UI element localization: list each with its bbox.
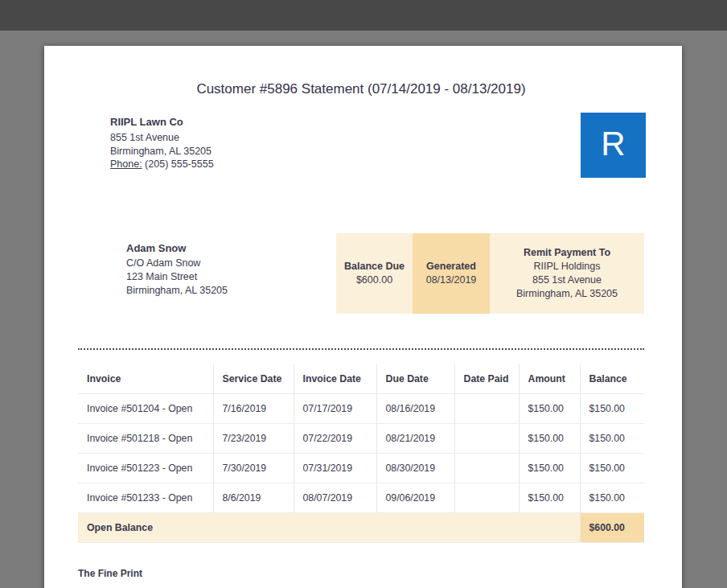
generated-value: 08/13/2019	[426, 273, 477, 287]
cell-invoice-date: 07/31/2019	[294, 454, 376, 483]
phone-label: Phone:	[110, 158, 142, 170]
table-row: Invoice #501233 - Open 8/6/2019 08/07/20…	[78, 483, 644, 513]
remit-line2: 855 1st Avenue	[532, 273, 602, 287]
column-header-date-paid: Date Paid	[454, 364, 519, 394]
column-header-invoice-date: Invoice Date	[294, 364, 376, 394]
statement-page: Customer #5896 Statement (07/14/2019 - 0…	[44, 46, 682, 588]
balance-due-label: Balance Due	[344, 260, 405, 273]
cell-due-date: 08/16/2019	[376, 394, 454, 424]
customer-line1: C/O Adam Snow	[126, 257, 228, 270]
table-row: Invoice #501204 - Open 7/16/2019 07/17/2…	[78, 394, 644, 424]
cell-service-date: 7/16/2019	[213, 394, 294, 424]
cell-service-date: 8/6/2019	[213, 483, 294, 513]
dotted-divider	[78, 348, 644, 350]
generated-label: Generated	[426, 260, 476, 273]
phone-number: (205) 555-5555	[145, 158, 213, 170]
company-logo: R	[581, 113, 646, 178]
customer-line3: Birmingham, AL 35205	[126, 284, 228, 298]
table-row: Invoice #501223 - Open 7/30/2019 07/31/2…	[78, 454, 644, 483]
table-header-row: Invoice Service Date Invoice Date Due Da…	[78, 364, 644, 394]
company-address-line2: Birmingham, AL 35205	[110, 145, 644, 158]
cell-invoice-date: 08/07/2019	[294, 483, 376, 513]
balance-due-value: $600.00	[356, 273, 392, 287]
cell-service-date: 7/23/2019	[213, 424, 294, 454]
company-phone-line: Phone: (205) 555-5555	[110, 158, 644, 171]
page-title: Customer #5896 Statement (07/14/2019 - 0…	[78, 80, 644, 99]
column-header-due-date: Due Date	[376, 364, 454, 394]
remit-line1: RIIPL Holdings	[534, 260, 601, 273]
statement-summary-box: Balance Due $600.00 Generated 08/13/2019…	[336, 233, 644, 314]
cell-due-date: 08/30/2019	[376, 454, 454, 483]
column-header-invoice: Invoice	[78, 364, 213, 394]
cell-balance: $150.00	[580, 454, 644, 483]
table-row: Invoice #501218 - Open 7/23/2019 07/22/2…	[78, 424, 644, 454]
customer-name: Adam Snow	[126, 241, 228, 255]
cell-balance: $150.00	[580, 394, 644, 424]
cell-invoice-date: 07/17/2019	[294, 394, 376, 424]
cell-date-paid	[454, 394, 519, 424]
cell-amount: $150.00	[519, 424, 580, 454]
cell-date-paid	[454, 454, 519, 483]
cell-service-date: 7/30/2019	[213, 454, 294, 483]
company-address-block: RIIPL Lawn Co 855 1st Avenue Birmingham,…	[110, 115, 644, 171]
balance-due-cell: Balance Due $600.00	[336, 233, 413, 314]
open-balance-value: $600.00	[580, 513, 644, 543]
generated-cell: Generated 08/13/2019	[413, 233, 490, 314]
invoice-table: Invoice Service Date Invoice Date Due Da…	[78, 364, 644, 544]
fine-print-title: The Fine Print	[78, 568, 644, 579]
column-header-amount: Amount	[519, 364, 580, 394]
cell-invoice: Invoice #501223 - Open	[78, 454, 213, 483]
cell-due-date: 09/06/2019	[376, 483, 454, 513]
cell-invoice-date: 07/22/2019	[294, 424, 376, 454]
cell-date-paid	[454, 424, 519, 454]
cell-invoice: Invoice #501204 - Open	[78, 394, 213, 424]
cell-invoice: Invoice #501218 - Open	[78, 424, 213, 454]
remit-label: Remit Payment To	[524, 246, 610, 260]
viewer-top-band	[0, 0, 727, 31]
open-balance-row: Open Balance $600.00	[78, 513, 644, 543]
remit-payment-cell: Remit Payment To RIIPL Holdings 855 1st …	[490, 233, 644, 314]
cell-amount: $150.00	[519, 394, 580, 424]
document-viewer-background: Customer #5896 Statement (07/14/2019 - 0…	[0, 0, 727, 588]
open-balance-label: Open Balance	[78, 513, 580, 543]
customer-line2: 123 Main Street	[126, 270, 228, 284]
cell-due-date: 08/21/2019	[376, 424, 454, 454]
cell-invoice: Invoice #501233 - Open	[78, 483, 213, 513]
column-header-service-date: Service Date	[213, 364, 294, 394]
customer-and-summary-row: Adam Snow C/O Adam Snow 123 Main Street …	[78, 233, 644, 314]
company-address-line1: 855 1st Avenue	[110, 131, 644, 145]
customer-address-block: Adam Snow C/O Adam Snow 123 Main Street …	[126, 233, 228, 298]
cell-amount: $150.00	[519, 454, 580, 483]
cell-balance: $150.00	[580, 424, 644, 454]
cell-amount: $150.00	[519, 483, 580, 513]
cell-balance: $150.00	[580, 483, 644, 513]
remit-line3: Birmingham, AL 35205	[516, 287, 618, 301]
cell-date-paid	[454, 483, 519, 513]
logo-letter: R	[601, 127, 625, 164]
column-header-balance: Balance	[580, 364, 644, 394]
company-name: RIIPL Lawn Co	[110, 115, 644, 130]
